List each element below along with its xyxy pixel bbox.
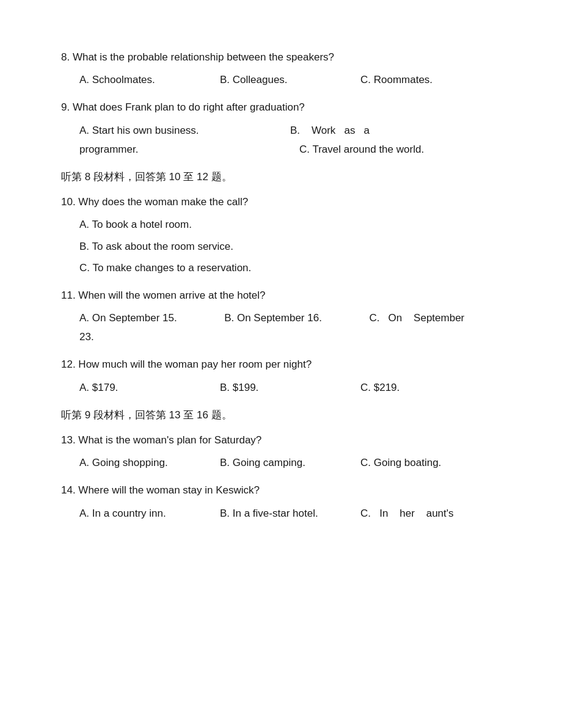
exam-content: 8. What is the probable relationship bet… bbox=[61, 49, 501, 522]
q13-text: 13. What is the woman's plan for Saturda… bbox=[61, 432, 501, 448]
q13-option-a: A. Going shopping. bbox=[79, 454, 220, 471]
q9-text: 9. What does Frank plan to do right afte… bbox=[61, 99, 501, 115]
q12-text: 12. How much will the woman pay her room… bbox=[61, 356, 501, 373]
q9-option-b-end: programmer. bbox=[79, 141, 281, 158]
q11-option-a: A. On September 15. bbox=[79, 310, 224, 326]
question-11: 11. When will the women arrive at the ho… bbox=[61, 287, 501, 346]
question-14: 14. Where will the woman stay in Keswick… bbox=[61, 482, 501, 521]
q8-option-a: A. Schoolmates. bbox=[79, 71, 220, 88]
q11-text: 11. When will the women arrive at the ho… bbox=[61, 287, 501, 304]
q8-text: 8. What is the probable relationship bet… bbox=[61, 49, 501, 65]
q14-option-a: A. In a country inn. bbox=[79, 505, 220, 522]
question-9: 9. What does Frank plan to do right afte… bbox=[61, 99, 501, 158]
q12-option-a: A. $179. bbox=[79, 379, 220, 396]
q9-option-c: C. Travel around the world. bbox=[299, 141, 501, 158]
q8-option-c: C. Roommates. bbox=[360, 71, 501, 88]
q9-option-b-start: B. Work as a bbox=[290, 122, 501, 139]
q10-options: A. To book a hotel room. B. To ask about… bbox=[79, 216, 501, 276]
q9-option-a: A. Start his own business. bbox=[79, 122, 290, 139]
question-13: 13. What is the woman's plan for Saturda… bbox=[61, 432, 501, 471]
q10-option-b: B. To ask about the room service. bbox=[79, 238, 501, 255]
q8-option-b: B. Colleagues. bbox=[220, 71, 360, 88]
q10-text: 10. Why does the woman make the call? bbox=[61, 194, 501, 210]
q12-option-c: C. $219. bbox=[360, 379, 501, 396]
q11-option-c: C. On September bbox=[369, 310, 501, 326]
q8-options: A. Schoolmates. B. Colleagues. C. Roomma… bbox=[79, 71, 501, 88]
section-9-label: 听第 9 段材料，回答第 13 至 16 题。 bbox=[61, 407, 501, 423]
q11-continuation: 23. bbox=[79, 329, 501, 345]
q13-option-b: B. Going camping. bbox=[220, 454, 360, 471]
q14-option-c: C. In her aunt's bbox=[360, 505, 501, 522]
question-12: 12. How much will the woman pay her room… bbox=[61, 356, 501, 395]
section-8-label: 听第 8 段材料，回答第 10 至 12 题。 bbox=[61, 169, 501, 185]
q12-options: A. $179. B. $199. C. $219. bbox=[79, 379, 501, 396]
q10-option-c: C. To make changes to a reservation. bbox=[79, 260, 501, 276]
q13-options: A. Going shopping. B. Going camping. C. … bbox=[79, 454, 501, 471]
q14-option-b: B. In a five-star hotel. bbox=[220, 505, 360, 522]
q13-option-c: C. Going boating. bbox=[360, 454, 501, 471]
q10-option-a: A. To book a hotel room. bbox=[79, 216, 501, 233]
q14-text: 14. Where will the woman stay in Keswick… bbox=[61, 482, 501, 498]
question-10: 10. Why does the woman make the call? A.… bbox=[61, 194, 501, 276]
question-8: 8. What is the probable relationship bet… bbox=[61, 49, 501, 88]
q12-option-b: B. $199. bbox=[220, 379, 360, 396]
q11-option-b: B. On September 16. bbox=[224, 310, 369, 326]
